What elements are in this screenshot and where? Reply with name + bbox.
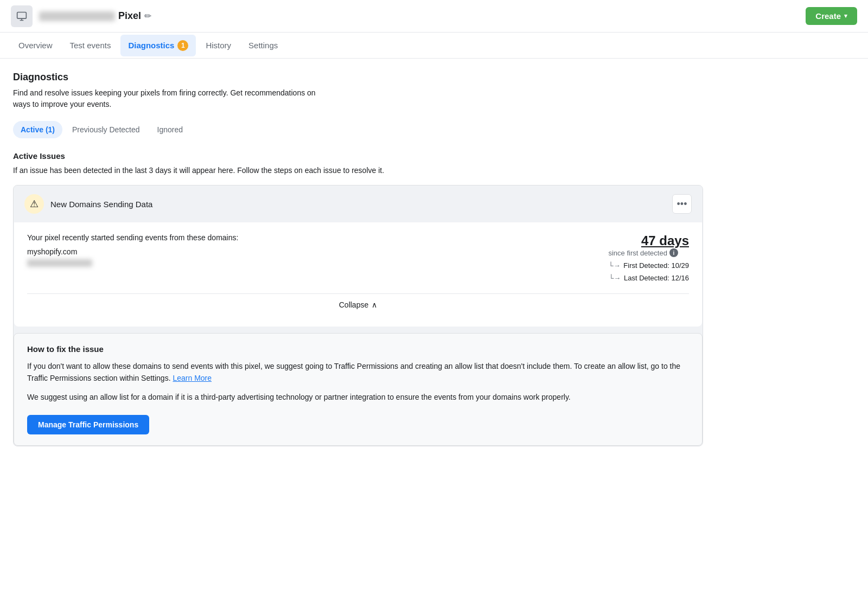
sub-tab-ignored[interactable]: Ignored	[150, 121, 190, 138]
header-left: Pixel ✏	[11, 5, 151, 27]
arrow-icon: └→	[608, 261, 620, 270]
first-detected: └→ First Detected: 10/29	[608, 259, 689, 272]
tab-overview[interactable]: Overview	[11, 35, 60, 55]
last-detected: └→ Last Detected: 12/16	[608, 272, 689, 284]
tab-test-events[interactable]: Test events	[62, 35, 119, 55]
issue-details-left: Your pixel recently started sending even…	[27, 233, 608, 267]
chevron-up-icon: ∧	[372, 300, 377, 309]
fix-text-2: We suggest using an allow list for a dom…	[27, 391, 689, 403]
pixel-device-icon	[11, 5, 33, 27]
nav-tabs: Overview Test events Diagnostics 1 Histo…	[0, 33, 868, 59]
tab-history[interactable]: History	[198, 35, 239, 55]
pixel-name-blurred	[39, 11, 115, 21]
issue-header-left: ⚠ New Domains Sending Data	[24, 194, 152, 214]
collapse-row: Collapse ∧	[27, 293, 689, 316]
pixel-title: Pixel	[118, 10, 141, 22]
page-description: Find and resolve issues keeping your pix…	[13, 87, 703, 110]
fix-title: How to fix the issue	[27, 344, 689, 354]
tab-diagnostics[interactable]: Diagnostics 1	[120, 35, 196, 56]
collapse-button[interactable]: Collapse ∧	[339, 300, 377, 309]
blurred-domain	[27, 259, 92, 267]
page-title: Diagnostics	[13, 72, 703, 83]
fix-text-1: If you don't want to allow these domains…	[27, 360, 689, 385]
issue-card-header: ⚠ New Domains Sending Data •••	[14, 185, 703, 222]
issue-card-body: Your pixel recently started sending even…	[14, 222, 702, 327]
issue-stats: 47 days since first detected i └→ First …	[608, 233, 689, 285]
issue-card: ⚠ New Domains Sending Data ••• Your pixe…	[13, 185, 703, 446]
three-dots-menu-button[interactable]: •••	[672, 194, 692, 214]
sending-text: Your pixel recently started sending even…	[27, 233, 608, 242]
learn-more-link[interactable]: Learn More	[173, 374, 212, 382]
app-header: Pixel ✏ Create ▾	[0, 0, 868, 33]
tab-settings[interactable]: Settings	[241, 35, 285, 55]
warning-icon: ⚠	[24, 194, 44, 214]
issue-details: Your pixel recently started sending even…	[27, 233, 689, 285]
since-text: since first detected i	[608, 248, 689, 257]
active-issues-title: Active Issues	[13, 151, 703, 161]
chevron-down-icon: ▾	[844, 12, 847, 20]
sub-tabs: Active (1) Previously Detected Ignored	[13, 121, 703, 138]
diagnostics-badge: 1	[177, 40, 188, 51]
svg-rect-0	[17, 12, 27, 18]
pixel-name-area: Pixel ✏	[39, 10, 151, 22]
sub-tab-active[interactable]: Active (1)	[13, 121, 62, 138]
active-issues-description: If an issue has been detected in the las…	[13, 165, 703, 176]
domain-name: myshopify.com	[27, 247, 608, 256]
fix-section: How to fix the issue If you don't want t…	[14, 333, 703, 446]
detected-dates: └→ First Detected: 10/29 └→ Last Detecte…	[608, 259, 689, 285]
days-count[interactable]: 47 days	[608, 233, 689, 248]
sub-tab-previously-detected[interactable]: Previously Detected	[65, 121, 148, 138]
arrow-icon-2: └→	[609, 274, 621, 282]
create-button[interactable]: Create ▾	[806, 7, 857, 25]
issue-title: New Domains Sending Data	[50, 200, 152, 209]
manage-traffic-permissions-button[interactable]: Manage Traffic Permissions	[27, 415, 149, 434]
info-icon[interactable]: i	[669, 248, 678, 257]
edit-icon[interactable]: ✏	[144, 11, 151, 21]
main-content: Diagnostics Find and resolve issues keep…	[0, 59, 716, 459]
